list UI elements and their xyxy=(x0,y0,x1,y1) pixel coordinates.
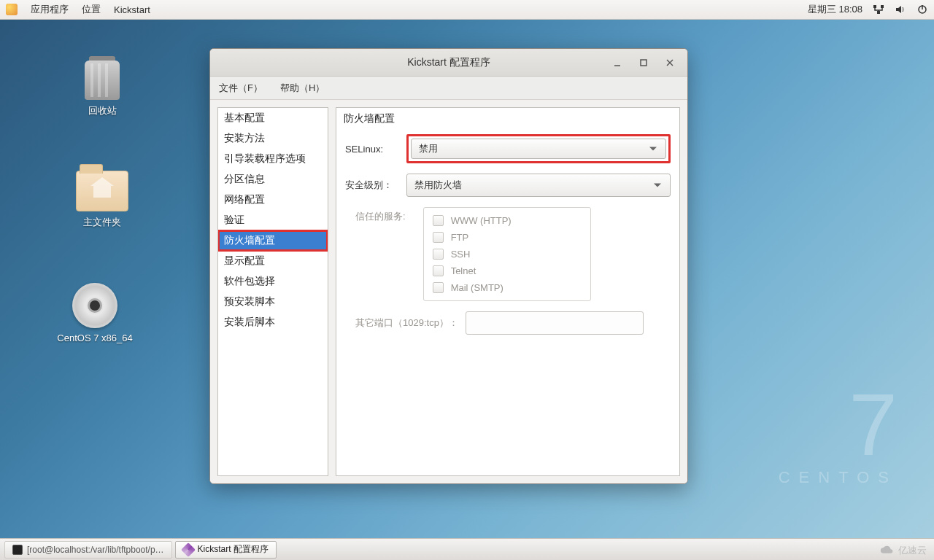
sidebar-item[interactable]: 基本配置 xyxy=(218,108,328,128)
selinux-label: SELinux: xyxy=(345,144,398,155)
service-item[interactable]: WWW (HTTP) xyxy=(431,212,583,229)
other-ports-label: 其它端口（1029:tcp）： xyxy=(355,316,458,330)
wallpaper-watermark: 7 CENTOS xyxy=(779,381,898,487)
window-minimize-button[interactable] xyxy=(604,49,630,77)
checkbox-icon[interactable] xyxy=(433,232,444,243)
window-close-button[interactable] xyxy=(657,49,683,77)
desktop-icon-disc[interactable]: CentOS 7 x86_64 xyxy=(44,283,146,343)
clock-text: 星期三 18:08 xyxy=(808,3,862,16)
desktop-icon-home[interactable]: 主文件夹 xyxy=(51,168,153,229)
sidebar-item[interactable]: 安装方法 xyxy=(218,128,328,149)
window-menubar: 文件（F） 帮助（H） xyxy=(210,77,687,100)
volume-icon[interactable] xyxy=(895,4,906,15)
watermark-brand: 亿速云 xyxy=(879,544,927,557)
disc-icon xyxy=(72,283,117,328)
window-title: Kickstart 配置程序 xyxy=(407,56,490,69)
sidebar-item[interactable]: 引导装载程序选项 xyxy=(218,149,328,169)
window-titlebar[interactable]: Kickstart 配置程序 xyxy=(210,49,687,77)
sidebar-item[interactable]: 软件包选择 xyxy=(218,271,328,292)
service-item[interactable]: Mail (SMTP) xyxy=(431,279,583,296)
menu-app-kickstart[interactable]: Kickstart xyxy=(114,4,150,15)
config-sidebar: 基本配置安装方法引导装载程序选项分区信息网络配置验证防火墙配置显示配置软件包选择… xyxy=(217,107,328,476)
svg-rect-1 xyxy=(881,5,884,8)
sidebar-item[interactable]: 安装后脚本 xyxy=(218,312,328,332)
menu-places[interactable]: 位置 xyxy=(82,3,101,16)
service-item[interactable]: SSH xyxy=(431,246,583,262)
checkbox-icon[interactable] xyxy=(433,249,444,260)
sidebar-item[interactable]: 分区信息 xyxy=(218,169,328,190)
sidebar-item[interactable]: 防火墙配置 xyxy=(218,230,328,251)
other-ports-input[interactable] xyxy=(466,311,644,335)
kickstart-icon xyxy=(183,545,193,555)
trusted-services-label: 信任的服务: xyxy=(355,207,406,223)
security-level-label: 安全级别： xyxy=(345,179,398,192)
sidebar-item[interactable]: 显示配置 xyxy=(218,251,328,271)
menu-file[interactable]: 文件（F） xyxy=(219,82,263,95)
terminal-icon xyxy=(12,545,23,555)
top-menubar: 应用程序 位置 Kickstart 星期三 18:08 xyxy=(0,0,934,20)
svg-rect-6 xyxy=(641,60,647,66)
taskbar-terminal[interactable]: [root@localhost:/var/lib/tftpboot/p… xyxy=(4,541,172,559)
sidebar-item[interactable]: 预安装脚本 xyxy=(218,292,328,312)
kickstart-window: Kickstart 配置程序 文件（F） 帮助（H） 基本配置安装方法引导装载程… xyxy=(209,48,688,484)
service-item[interactable]: FTP xyxy=(431,229,583,246)
sidebar-item[interactable]: 网络配置 xyxy=(218,190,328,210)
taskbar-kickstart[interactable]: Kickstart 配置程序 xyxy=(175,541,277,559)
selinux-highlight: 禁用 xyxy=(406,134,671,163)
security-level-combo[interactable]: 禁用防火墙 xyxy=(406,174,671,197)
svg-rect-0 xyxy=(873,5,876,8)
trusted-services-list: WWW (HTTP)FTPSSHTelnetMail (SMTP) xyxy=(423,207,591,301)
network-icon[interactable] xyxy=(873,4,884,15)
content-panel: 防火墙配置 SELinux: 禁用 安全级别： 禁用防火墙 信任的服务: WWW… xyxy=(336,107,680,476)
folder-icon xyxy=(76,171,128,211)
desktop-label: CentOS 7 x86_64 xyxy=(44,332,146,343)
apps-icon xyxy=(6,4,18,15)
desktop-icon-trash[interactable]: 回收站 xyxy=(51,57,153,117)
checkbox-icon[interactable] xyxy=(433,265,444,276)
trash-icon xyxy=(85,61,120,100)
bottom-taskbar: [root@localhost:/var/lib/tftpboot/p… Kic… xyxy=(0,538,934,560)
checkbox-icon[interactable] xyxy=(433,215,444,226)
window-maximize-button[interactable] xyxy=(630,49,657,77)
selinux-combo[interactable]: 禁用 xyxy=(411,139,666,159)
desktop-label: 回收站 xyxy=(51,104,153,117)
service-item[interactable]: Telnet xyxy=(431,262,583,279)
power-icon[interactable] xyxy=(916,4,928,15)
panel-heading: 防火墙配置 xyxy=(336,108,679,128)
checkbox-icon[interactable] xyxy=(433,282,444,293)
desktop-label: 主文件夹 xyxy=(51,216,153,229)
sidebar-item[interactable]: 验证 xyxy=(218,210,328,230)
menu-applications[interactable]: 应用程序 xyxy=(31,3,69,16)
menu-help[interactable]: 帮助（H） xyxy=(280,82,325,95)
